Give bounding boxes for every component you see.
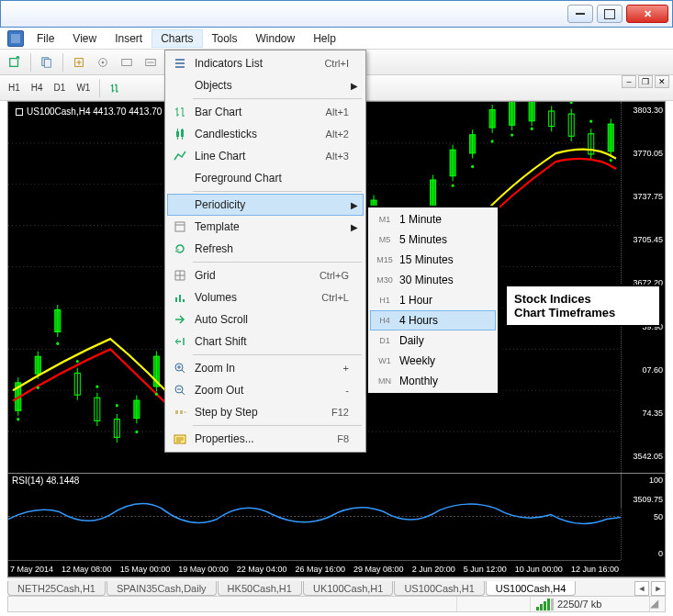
zoomin-icon [169, 361, 191, 375]
time-tick: 19 May 00:00 [178, 565, 229, 574]
menu-item-grid[interactable]: GridCtrl+G [167, 264, 364, 286]
timeframe-code: D1 [372, 336, 398, 345]
menu-item-periodicity[interactable]: Periodicity▶ [167, 194, 364, 216]
tab-scroll-left[interactable]: ◄ [634, 581, 649, 596]
menu-item-zoom-in[interactable]: Zoom In+ [167, 357, 364, 379]
svg-point-84 [37, 386, 39, 389]
periodicity-submenu: M11 MinuteM55 MinutesM1515 MinutesM3030 … [366, 206, 499, 395]
menu-insert[interactable]: Insert [106, 29, 151, 48]
connection-speed: 2250/7 kb [557, 599, 601, 610]
menu-window[interactable]: Window [247, 29, 305, 48]
app-icon [7, 30, 24, 47]
timeframe-code: H4 [372, 316, 398, 325]
child-restore-button[interactable]: ❐ [638, 75, 653, 88]
bar-chart-button[interactable] [105, 78, 127, 98]
rsi-tick: 50 [623, 512, 663, 521]
menu-item-template[interactable]: Template▶ [167, 216, 364, 238]
menu-view[interactable]: View [63, 29, 106, 48]
svg-point-113 [610, 159, 612, 162]
new-chart-button[interactable]: + [4, 52, 26, 73]
price-tick: 3542.05 [623, 452, 663, 461]
window-close-button[interactable]: ✕ [626, 5, 668, 23]
menu-tools[interactable]: Tools [203, 29, 247, 48]
timeframe-h4[interactable]: H44 Hours [370, 310, 496, 330]
menu-item-label: Zoom Out [191, 384, 310, 397]
submenu-arrow-icon: ▶ [349, 222, 358, 232]
menu-item-zoom-out[interactable]: Zoom Out- [167, 379, 364, 401]
menu-item-line-chart[interactable]: Line ChartAlt+3 [167, 145, 364, 167]
timeframe-d1[interactable]: D1Daily [370, 330, 496, 351]
profiles-button[interactable] [36, 52, 58, 73]
timeframe-m1[interactable]: M11 Minute [370, 209, 496, 230]
menu-item-refresh[interactable]: Refresh [167, 238, 364, 260]
time-tick: 29 May 08:00 [353, 565, 404, 574]
menu-charts[interactable]: Charts [151, 29, 202, 48]
chart-tab[interactable]: US100Cash,H1 [394, 581, 484, 596]
child-window-controls: – ❐ ✕ [622, 75, 669, 89]
resize-grip[interactable]: ◢ [650, 597, 665, 611]
child-minimize-button[interactable]: – [622, 75, 636, 88]
submenu-arrow-icon: ▶ [349, 200, 358, 210]
window-maximize-button[interactable] [597, 5, 623, 23]
child-close-button[interactable]: ✕ [655, 75, 669, 88]
menu-item-chart-shift[interactable]: Chart Shift [167, 330, 364, 353]
time-tick: 22 May 04:00 [237, 565, 287, 574]
menu-item-foreground-chart[interactable]: Foreground Chart [167, 167, 364, 189]
rsi-axis: 100500 [621, 474, 665, 560]
menu-item-properties-[interactable]: Properties...F8 [167, 428, 364, 450]
market-watch-button[interactable] [68, 52, 90, 73]
timeframe-m5[interactable]: M55 Minutes [370, 230, 496, 250]
timeframe-h1[interactable]: H11 Hour [370, 290, 496, 310]
timeframe-label: 1 Minute [398, 213, 490, 226]
tf-d1[interactable]: D1 [50, 78, 71, 98]
price-tick: 74.35 [623, 409, 663, 418]
timeframe-mn[interactable]: MNMonthly [370, 371, 496, 391]
tf-h1[interactable]: H1 [4, 78, 25, 98]
svg-rect-123 [175, 410, 178, 414]
svg-point-7 [102, 61, 105, 63]
tf-h4[interactable]: H4 [27, 78, 48, 98]
autoscroll-icon [169, 312, 191, 327]
chart-tab[interactable]: UK100Cash,H1 [303, 581, 393, 596]
menu-item-shortcut: F8 [310, 433, 349, 444]
menu-item-auto-scroll[interactable]: Auto Scroll [167, 308, 364, 330]
rsi-panel[interactable]: RSI(14) 48.1448 100500 [8, 473, 665, 560]
chart-tab[interactable]: US100Cash,H4 [486, 581, 576, 596]
menu-item-label: Grid [191, 269, 310, 282]
time-tick: 15 May 00:00 [120, 565, 171, 574]
menu-file[interactable]: File [28, 29, 63, 48]
menu-item-shortcut: F12 [310, 407, 349, 418]
menu-item-shortcut: Ctrl+G [310, 270, 349, 281]
menu-item-bar-chart[interactable]: Bar ChartAlt+1 [167, 101, 364, 123]
price-tick: 3770.05 [623, 149, 663, 158]
svg-rect-124 [180, 410, 183, 414]
tab-scroll-right[interactable]: ► [651, 581, 666, 596]
menu-item-volumes[interactable]: VolumesCtrl+L [167, 286, 364, 308]
svg-rect-4 [44, 59, 50, 67]
time-tick: 7 May 2014 [10, 565, 53, 574]
timeframe-w1[interactable]: W1Weekly [370, 351, 496, 371]
menu-item-label: Line Chart [191, 150, 310, 162]
svg-rect-119 [179, 295, 181, 302]
menu-item-candlesticks[interactable]: CandlesticksAlt+2 [167, 123, 364, 145]
tester-button[interactable] [140, 52, 162, 73]
time-tick: 5 Jun 12:00 [464, 565, 507, 574]
navigator-button[interactable] [92, 52, 114, 73]
timeframe-m15[interactable]: M1515 Minutes [370, 250, 496, 270]
menu-help[interactable]: Help [304, 29, 345, 48]
svg-text:+: + [17, 56, 19, 61]
window-minimize-button[interactable] [567, 5, 593, 23]
timeframe-m30[interactable]: M3030 Minutes [370, 270, 496, 290]
terminal-button[interactable] [116, 52, 138, 73]
svg-point-105 [452, 184, 454, 186]
menu-item-objects[interactable]: Objects▶ [167, 74, 364, 96]
chart-tab[interactable]: SPAIN35Cash,Daily [107, 581, 217, 596]
svg-rect-118 [175, 297, 177, 302]
menu-item-step-by-step[interactable]: Step by StepF12 [167, 401, 364, 423]
menu-item-indicators-list[interactable]: Indicators ListCtrl+I [167, 52, 364, 74]
menu-item-label: Bar Chart [191, 106, 310, 118]
svg-point-109 [531, 128, 533, 130]
chart-tab[interactable]: NETH25Cash,H1 [7, 581, 106, 596]
tf-w1[interactable]: W1 [72, 78, 95, 98]
chart-tab[interactable]: HK50Cash,H1 [218, 581, 302, 596]
